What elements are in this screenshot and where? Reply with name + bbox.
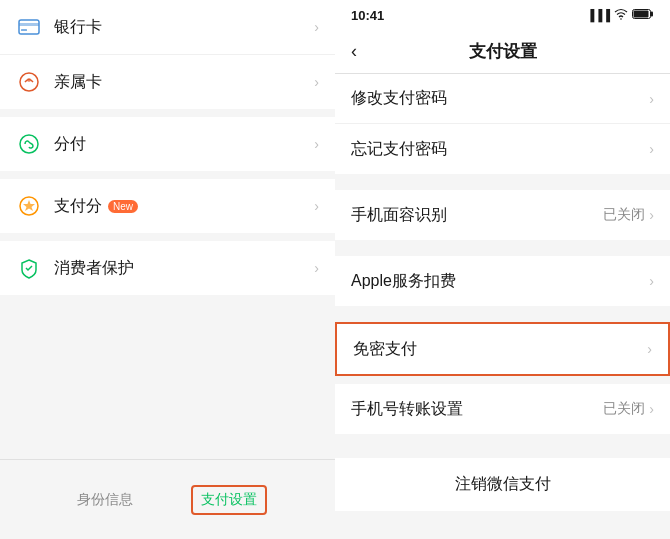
settings-section-faceid: 手机面容识别 已关闭 ›	[335, 190, 670, 240]
tab-identity[interactable]: 身份信息	[69, 487, 141, 513]
status-time: 10:41	[351, 8, 384, 23]
forgot-password-chevron: ›	[649, 141, 654, 157]
menu-item-fenpay[interactable]: 分付 ›	[0, 117, 335, 171]
settings-item-phone-transfer[interactable]: 手机号转账设置 已关闭 ›	[335, 384, 670, 434]
divider-5	[335, 442, 670, 450]
apple-service-chevron: ›	[649, 273, 654, 289]
change-password-chevron: ›	[649, 91, 654, 107]
family-card-chevron: ›	[314, 74, 319, 90]
left-panel: 银行卡 › 亲属卡 › 分付 ›	[0, 0, 335, 539]
menu-item-bank-card[interactable]: 银行卡 ›	[0, 0, 335, 55]
bottom-tabs: 身份信息 支付设置	[0, 459, 335, 539]
right-panel: 10:41 ▐▐▐ ‹ 支付设置	[335, 0, 670, 539]
settings-section-phone-transfer: 手机号转账设置 已关闭 ›	[335, 384, 670, 434]
menu-section-4: 消费者保护 ›	[0, 241, 335, 295]
status-icons: ▐▐▐	[587, 8, 654, 22]
divider-3	[335, 314, 670, 322]
apple-service-label: Apple服务扣费	[351, 271, 649, 292]
settings-section-apple: Apple服务扣费 ›	[335, 256, 670, 306]
menu-item-family-card[interactable]: 亲属卡 ›	[0, 55, 335, 109]
cancel-wechat-pay-label: 注销微信支付	[455, 474, 551, 495]
zhifufen-chevron: ›	[314, 198, 319, 214]
menu-section-2: 分付 ›	[0, 117, 335, 171]
cancel-section: 注销微信支付	[335, 458, 670, 511]
family-card-label: 亲属卡	[54, 72, 314, 93]
nav-title: 支付设置	[469, 40, 537, 63]
menu-item-consumer-protection[interactable]: 消费者保护 ›	[0, 241, 335, 295]
divider-2	[335, 248, 670, 256]
divider-1	[335, 182, 670, 190]
zhifufen-icon	[16, 193, 42, 219]
forgot-password-label: 忘记支付密码	[351, 139, 649, 160]
settings-item-apple-service[interactable]: Apple服务扣费 ›	[335, 256, 670, 306]
svg-point-4	[27, 78, 31, 82]
tab-payment-settings[interactable]: 支付设置	[191, 485, 267, 515]
svg-rect-1	[19, 23, 39, 26]
fenpay-chevron: ›	[314, 136, 319, 152]
nav-header: ‹ 支付设置	[335, 30, 670, 74]
bank-card-label: 银行卡	[54, 17, 314, 38]
settings-list: 修改支付密码 › 忘记支付密码 › 手机面容识别 已关闭 › Apple服务扣费…	[335, 74, 670, 539]
face-id-chevron: ›	[649, 207, 654, 223]
fenpay-icon	[16, 131, 42, 157]
new-badge: New	[108, 200, 138, 213]
settings-section-password: 修改支付密码 › 忘记支付密码 ›	[335, 74, 670, 174]
back-button[interactable]: ‹	[351, 41, 357, 62]
menu-section-1: 银行卡 › 亲属卡 ›	[0, 0, 335, 109]
family-card-icon	[16, 69, 42, 95]
status-bar: 10:41 ▐▐▐	[335, 0, 670, 30]
consumer-protection-icon	[16, 255, 42, 281]
phone-transfer-label: 手机号转账设置	[351, 399, 603, 420]
no-password-pay-chevron: ›	[647, 341, 652, 357]
fenpay-label: 分付	[54, 134, 314, 155]
change-password-label: 修改支付密码	[351, 88, 649, 109]
svg-rect-0	[19, 20, 39, 34]
consumer-protection-label: 消费者保护	[54, 258, 314, 279]
wifi-icon	[614, 8, 628, 22]
svg-rect-2	[21, 29, 27, 31]
phone-transfer-value: 已关闭	[603, 400, 645, 418]
menu-section-3: 支付分 New ›	[0, 179, 335, 233]
svg-point-5	[20, 135, 38, 153]
no-password-pay-label: 免密支付	[353, 339, 647, 360]
cancel-wechat-pay-button[interactable]: 注销微信支付	[335, 458, 670, 511]
settings-item-no-password-pay[interactable]: 免密支付 ›	[337, 324, 668, 374]
svg-point-7	[620, 18, 622, 20]
battery-icon	[632, 8, 654, 22]
settings-item-change-password[interactable]: 修改支付密码 ›	[335, 74, 670, 124]
zhifufen-label: 支付分 New	[54, 196, 314, 217]
face-id-label: 手机面容识别	[351, 205, 603, 226]
settings-section-nopwd: 免密支付 ›	[335, 322, 670, 376]
svg-rect-9	[651, 12, 654, 17]
settings-item-face-id[interactable]: 手机面容识别 已关闭 ›	[335, 190, 670, 240]
phone-transfer-chevron: ›	[649, 401, 654, 417]
settings-item-forgot-password[interactable]: 忘记支付密码 ›	[335, 124, 670, 174]
menu-item-zhifufen[interactable]: 支付分 New ›	[0, 179, 335, 233]
face-id-value: 已关闭	[603, 206, 645, 224]
divider-4	[335, 376, 670, 384]
consumer-protection-chevron: ›	[314, 260, 319, 276]
bank-card-icon	[16, 14, 42, 40]
signal-icon: ▐▐▐	[587, 9, 610, 21]
svg-rect-10	[634, 11, 649, 18]
bank-card-chevron: ›	[314, 19, 319, 35]
